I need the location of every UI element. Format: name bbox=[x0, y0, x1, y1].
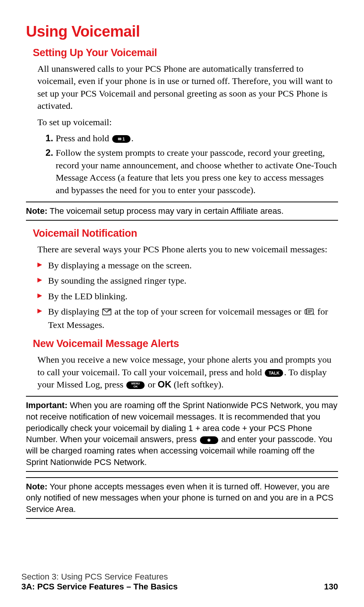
list-item: By displaying a message on the screen. bbox=[37, 259, 338, 271]
ok-softkey-label: OK bbox=[158, 379, 171, 389]
list-text: at the top of your screen for voicemail … bbox=[114, 307, 304, 316]
page-footer: Section 3: Using PCS Service Features 3A… bbox=[21, 572, 338, 592]
note-label: Note: bbox=[26, 482, 47, 491]
svg-rect-5 bbox=[305, 310, 306, 314]
footer-chapter: 3A: PCS Service Features – The Basics bbox=[21, 582, 178, 592]
key-star-icon: ✱ bbox=[200, 436, 218, 444]
steps-list: Press and hold ✉ 1. Follow the system pr… bbox=[45, 132, 338, 196]
list-item: By the LED blinking. bbox=[37, 290, 338, 302]
list-item: By sounding the assigned ringer type. bbox=[37, 274, 338, 287]
body-text: (left softkey). bbox=[171, 379, 224, 389]
key-voicemail-1-icon: ✉ 1 bbox=[112, 135, 130, 143]
key-talk-icon: TALK bbox=[265, 369, 283, 377]
page-title: Using Voicemail bbox=[26, 23, 338, 40]
document-page: Using Voicemail Setting Up Your Voicemai… bbox=[0, 0, 364, 607]
key-menu-ok-icon: MENUOK bbox=[126, 381, 145, 389]
note-text: Your phone accepts messages even when it… bbox=[26, 482, 333, 514]
body-paragraph: To set up voicemail: bbox=[37, 116, 338, 128]
list-item: By displaying at the top of your screen … bbox=[37, 305, 338, 331]
step-item: Follow the system prompts to create your… bbox=[56, 147, 338, 196]
important-label: Important: bbox=[26, 400, 68, 410]
subhead-new-alerts: New Voicemail Message Alerts bbox=[33, 338, 338, 350]
list-text: By displaying bbox=[48, 307, 101, 316]
body-paragraph: There are several ways your PCS Phone al… bbox=[37, 243, 338, 255]
page-number: 130 bbox=[324, 582, 338, 592]
bullet-list: By displaying a message on the screen. B… bbox=[37, 259, 338, 331]
body-paragraph: All unanswered calls to your PCS Phone a… bbox=[37, 63, 338, 112]
body-text: or bbox=[145, 379, 158, 389]
step-text: Press and hold bbox=[56, 133, 111, 143]
note-label: Note: bbox=[26, 206, 47, 216]
subhead-notification: Voicemail Notification bbox=[33, 228, 338, 239]
footer-section: Section 3: Using PCS Service Features bbox=[21, 572, 338, 582]
text-message-icon bbox=[304, 306, 314, 318]
important-block: Important: When you are roaming off the … bbox=[26, 396, 338, 471]
note-block: Note: Your phone accepts messages even w… bbox=[26, 477, 338, 519]
note-text: The voicemail setup process may vary in … bbox=[47, 206, 283, 216]
step-item: Press and hold ✉ 1. bbox=[56, 132, 338, 144]
voicemail-envelope-icon bbox=[102, 306, 111, 318]
note-block: Note: The voicemail setup process may va… bbox=[26, 202, 338, 221]
body-paragraph: When you receive a new voice message, yo… bbox=[37, 354, 338, 391]
step-text: . bbox=[131, 133, 134, 143]
subhead-setting-up: Setting Up Your Voicemail bbox=[33, 47, 338, 59]
